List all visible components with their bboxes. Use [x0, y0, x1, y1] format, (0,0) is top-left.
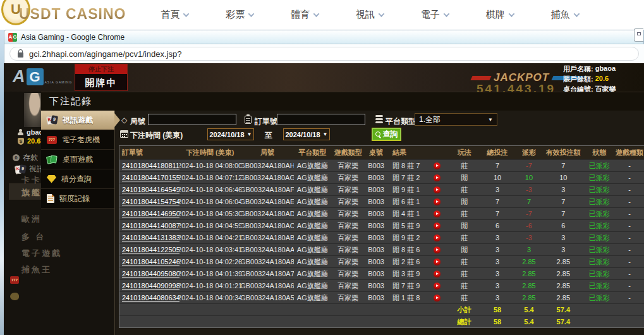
- empty-cell: [615, 304, 644, 315]
- order-link[interactable]: 241018044080634: [122, 294, 179, 302]
- table-games-icon: [47, 155, 58, 164]
- chevron-down-icon: [313, 11, 320, 17]
- time-cell: 2024-10-18 04:06:46: [179, 184, 241, 195]
- lobby-menu-item[interactable]: 歐洲: [21, 214, 42, 225]
- extra-cell: -: [615, 184, 644, 195]
- replay-play-button[interactable]: [434, 162, 440, 169]
- round-cell: GB00324A180A6: [241, 280, 295, 291]
- time-cell: 2024-10-18 04:04:59: [179, 220, 241, 231]
- window-titlebar[interactable]: AG Asia Gaming - Google Chrome: [4, 30, 644, 44]
- platform-label: 平台類型: [386, 116, 416, 127]
- column-header: 桌號: [365, 146, 387, 159]
- sidebar-item-4[interactable]: 積分查詢: [41, 169, 114, 189]
- replay-play-button[interactable]: [434, 222, 440, 229]
- order-link[interactable]: 241018044164549: [122, 186, 179, 193]
- lobby-video-item[interactable]: 視訊: [15, 164, 44, 174]
- table-row: 2410180441400872024-10-18 04:04:59GB0032…: [119, 219, 644, 231]
- method-cell: 莊: [449, 268, 480, 279]
- platform-cell: AG旗艦廳: [294, 244, 331, 255]
- table-cell: B003: [365, 232, 387, 243]
- order-cell: 241018044105246: [119, 256, 179, 267]
- replay-play-button[interactable]: [434, 259, 440, 265]
- order-link[interactable]: 241018044180811: [122, 162, 179, 169]
- lobby-menu-item[interactable]: 卡卡: [21, 174, 42, 186]
- lobby-menu-item[interactable]: 捕魚王: [21, 264, 52, 276]
- lobby-menu-item[interactable]: 電子遊戲: [21, 248, 62, 259]
- replay-play-button[interactable]: [434, 198, 440, 205]
- nav-item-4[interactable]: 視訊: [337, 0, 403, 30]
- order-link[interactable]: 241018044146950: [122, 210, 179, 217]
- lobby-menu-item[interactable]: 多 台: [21, 231, 46, 243]
- order-link[interactable]: 241018044105246: [122, 258, 179, 265]
- result-cell: 閒 7 莊 9: [387, 280, 449, 291]
- platform-cell: AG旗艦廳: [294, 232, 331, 243]
- status-cell: 已派彩: [583, 280, 615, 291]
- total-bet-cell: 7: [480, 160, 515, 171]
- replay-play-button[interactable]: [434, 295, 440, 302]
- nav-item-7[interactable]: 捕魚: [532, 0, 597, 30]
- table-cell: B003: [365, 220, 387, 231]
- sidebar-item-label: 積分查詢: [61, 174, 92, 185]
- chevron-down-icon: [248, 11, 255, 17]
- game-cell: 百家樂: [331, 292, 365, 303]
- sidebar-item-2[interactable]: 777電子老虎機: [41, 130, 114, 150]
- window-control-button[interactable]: [634, 28, 643, 42]
- table-number-value: 百家樂: [595, 85, 616, 92]
- nav-item-2[interactable]: 彩票: [207, 0, 272, 30]
- deposit-button[interactable]: 0存款: [13, 152, 38, 163]
- table-cell: B003: [365, 244, 387, 255]
- date-to-picker[interactable]: 2024/10/18 ▼: [283, 128, 330, 140]
- grand-total-valid: 57.4: [543, 316, 583, 327]
- total-bet-cell: 6: [480, 220, 515, 231]
- money-bag-icon: $: [18, 138, 24, 145]
- order-link[interactable]: 241018044095080: [122, 270, 179, 277]
- round-input[interactable]: [148, 114, 236, 125]
- time-cell: 2024-10-18 04:06:04: [179, 196, 241, 207]
- nav-item-3[interactable]: 體育: [272, 0, 337, 30]
- records-panel-sidebar: 視訊遊戲777電子老虎機桌面遊戲積分查詢額度記錄: [41, 111, 114, 209]
- result-text: 閒 6 莊 1: [392, 197, 420, 207]
- order-link[interactable]: 241018044154754: [122, 198, 179, 205]
- sidebar-item-5[interactable]: 額度記錄: [41, 189, 114, 209]
- order-link[interactable]: 241018044122505: [122, 246, 179, 253]
- order-link[interactable]: 241018044140087: [122, 222, 179, 229]
- sidebar-item-3[interactable]: 桌面遊戲: [41, 150, 114, 169]
- nav-item-6[interactable]: 棋牌: [467, 0, 532, 30]
- lobby-menu-item[interactable]: 旗艦: [21, 187, 42, 198]
- round-cell: GB00324A180A5: [241, 292, 295, 303]
- ag-logo: A G ASIA GAMING: [13, 68, 72, 85]
- date-from-picker[interactable]: 2024/10/18 ▼: [207, 128, 254, 140]
- nav-item-1[interactable]: 首頁: [142, 0, 207, 30]
- replay-play-button[interactable]: [434, 210, 440, 217]
- round-tag-icon: ◇: [121, 116, 127, 125]
- order-link[interactable]: 241018044170155: [122, 174, 179, 181]
- replay-play-button[interactable]: [434, 234, 440, 241]
- replay-play-button[interactable]: [434, 283, 440, 289]
- replay-play-button[interactable]: [434, 174, 440, 181]
- method-cell: 莊: [449, 256, 480, 267]
- valid-bet-cell: 2.85: [543, 292, 583, 303]
- chevron-down-icon: [443, 11, 449, 17]
- round-cell: GB00324A180AG: [241, 172, 295, 183]
- status-cell: 已派彩: [583, 220, 615, 231]
- method-cell: 莊: [449, 160, 480, 171]
- order-link[interactable]: 241018044090998: [122, 282, 179, 289]
- replay-play-button[interactable]: [434, 186, 440, 193]
- sidebar-item-1[interactable]: 視訊遊戲: [41, 111, 114, 130]
- search-button[interactable]: 查詢: [372, 128, 401, 141]
- order-input[interactable]: [277, 114, 365, 125]
- calendar-icon: [120, 130, 128, 138]
- order-link[interactable]: 241018044131383: [122, 234, 179, 241]
- payout-cell: -7: [515, 208, 544, 219]
- column-header: 結果: [387, 146, 449, 159]
- lobby-username: gbao: [18, 128, 43, 136]
- replay-play-button[interactable]: [434, 247, 440, 253]
- payout-cell: 3: [515, 244, 544, 255]
- platform-select[interactable]: 1.全部 ▼: [415, 113, 497, 126]
- address-bar[interactable]: gci.2hhapi.com/agingame/pcv1/index.jsp?: [9, 47, 639, 61]
- payout-cell: 2.85: [515, 256, 544, 267]
- column-header: 玩法: [449, 146, 480, 159]
- replay-play-button[interactable]: [434, 271, 440, 277]
- nav-item-5[interactable]: 電子: [402, 0, 467, 30]
- result-cell: 閒 6 莊 1: [387, 196, 449, 207]
